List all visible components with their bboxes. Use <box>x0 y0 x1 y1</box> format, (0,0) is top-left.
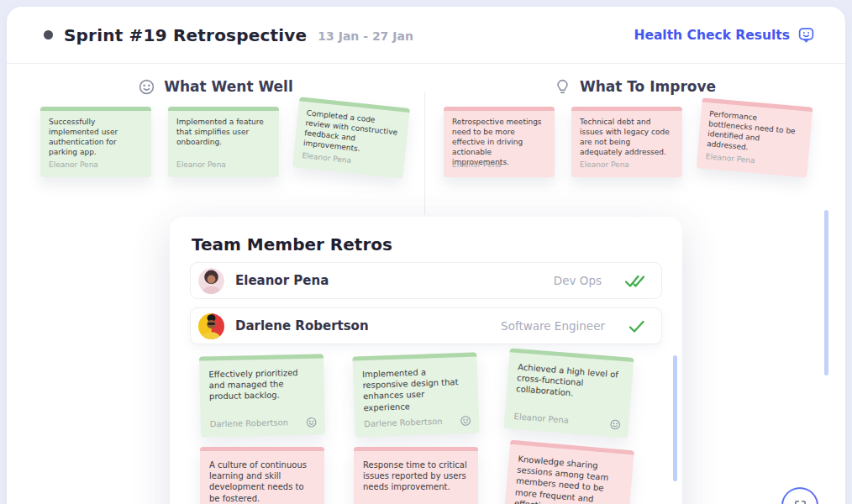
sticky-note-text: Implemented a feature that simplifies us… <box>176 118 271 148</box>
sticky-note-author: Eleanor Pena <box>176 160 226 171</box>
smiley-icon <box>306 417 318 428</box>
sticky-note[interactable]: Successfully implemented user authentica… <box>40 107 151 177</box>
member-role: Software Engineer <box>501 319 605 333</box>
sticky-note-text: Knowledge sharing sessions among team me… <box>513 454 623 504</box>
expand-button[interactable] <box>781 487 818 504</box>
sticky-note-text: Response time to critical issues reporte… <box>363 459 469 493</box>
sticky-note-text: A culture of continuous learning and ski… <box>209 459 315 504</box>
sticky-note[interactable]: Implemented a feature that simplifies us… <box>168 107 279 177</box>
member-row-eleanor-pena[interactable]: Eleanor Pena Dev Ops <box>190 262 662 299</box>
sprint-title: Sprint #19 Retrospective <box>64 25 307 45</box>
smiley-icon <box>609 418 622 431</box>
sticky-note-author: Darlene Robertson <box>364 416 443 429</box>
sprint-date-range: 13 Jan - 27 Jan <box>318 29 413 43</box>
retrospective-app: { "header": { "title": "Sprint #19 Retro… <box>0 0 852 504</box>
smiley-icon <box>138 78 155 96</box>
chat-smiley-icon <box>797 26 815 44</box>
sticky-note-text: Performance bottlenecks need to be ident… <box>707 109 804 157</box>
sticky-note-author: Eleanor Pena <box>705 152 755 166</box>
avatar <box>198 313 224 339</box>
sticky-note-author: Eleanor Pena <box>580 160 629 171</box>
sticky-note-author: Eleanor Pena <box>302 151 352 166</box>
health-check-results-label: Health Check Results <box>634 28 790 43</box>
sticky-note[interactable]: Implemented a responsive design that enh… <box>352 352 479 437</box>
double-check-icon <box>624 274 646 288</box>
sticky-note-text: Achieved a high level of cross-functiona… <box>516 361 624 402</box>
avatar <box>198 268 224 294</box>
sticky-note-author: Eleanor Pena <box>513 411 569 426</box>
column-divider <box>424 92 425 215</box>
sticky-note-text: Implemented a responsive design that enh… <box>362 365 470 413</box>
sprint-status-dot-icon <box>44 30 53 39</box>
sticky-note-text: Completed a code review with constructiv… <box>302 108 400 158</box>
smiley-icon <box>460 415 471 427</box>
member-role: Dev Ops <box>554 274 602 287</box>
sticky-note-text: Effectively prioritized and managed the … <box>208 367 315 402</box>
member-name: Darlene Robertson <box>235 318 369 333</box>
sticky-note[interactable]: Performance bottlenecks need to be ident… <box>697 97 813 177</box>
sticky-note[interactable]: Retrospective meetings need to be more e… <box>444 107 555 177</box>
sticky-note[interactable]: Response time to critical issues reporte… <box>354 447 478 504</box>
expand-icon <box>783 489 817 504</box>
main-board-card: Sprint #19 Retrospective 13 Jan - 27 Jan… <box>7 7 845 504</box>
sticky-note[interactable]: Effectively prioritized and managed the … <box>199 354 325 437</box>
sticky-note-text: Technical debt and issues with legacy co… <box>580 118 674 158</box>
column-header-went-well: What Went Well <box>7 75 424 98</box>
lightbulb-icon <box>554 78 571 96</box>
sticky-note[interactable]: A culture of continuous learning and ski… <box>200 447 324 504</box>
sticky-note[interactable]: Achieved a high level of cross-functiona… <box>503 348 634 438</box>
sticky-note-author: Eleanor Pena <box>452 160 502 171</box>
sticky-note-author: Eleanor Pena <box>49 160 98 171</box>
member-name: Eleanor Pena <box>235 273 329 288</box>
sticky-note[interactable]: Knowledge sharing sessions among team me… <box>503 440 634 504</box>
column-title: What To Improve <box>580 78 716 95</box>
board-header: Sprint #19 Retrospective 13 Jan - 27 Jan… <box>7 7 845 64</box>
sticky-note-text: Successfully implemented user authentica… <box>49 118 143 158</box>
check-icon <box>628 319 646 333</box>
health-check-results-link[interactable]: Health Check Results <box>634 7 815 63</box>
column-title: What Went Well <box>164 78 293 95</box>
board-header-left: Sprint #19 Retrospective 13 Jan - 27 Jan <box>44 7 413 63</box>
column-header-to-improve: What To Improve <box>424 75 845 98</box>
team-member-retros-modal: Team Member Retros Eleanor Pena Dev Ops <box>170 217 682 504</box>
sticky-note[interactable]: Technical debt and issues with legacy co… <box>571 107 682 177</box>
sticky-note[interactable]: Completed a code review with constructiv… <box>292 97 410 178</box>
modal-scrollbar[interactable] <box>673 355 677 481</box>
modal-title: Team Member Retros <box>192 234 392 255</box>
sticky-note-author: Darlene Robertson <box>210 417 289 429</box>
page-scrollbar[interactable] <box>824 210 828 375</box>
member-row-darlene-robertson[interactable]: Darlene Robertson Software Engineer <box>190 307 662 344</box>
